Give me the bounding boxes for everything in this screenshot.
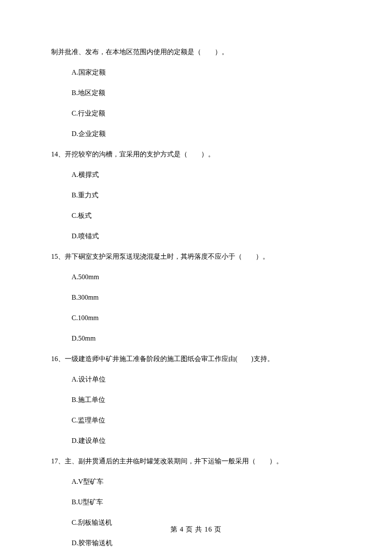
question-15-options: A.500mm B.300mm C.100mm D.50mm xyxy=(51,272,341,344)
option-b: B.施工单位 xyxy=(72,395,341,405)
question-13-text: 制并批准、发布，在本地区范围内使用的定额是（ ）。 xyxy=(51,47,341,57)
option-a: A.V型矿车 xyxy=(72,477,341,487)
question-17-options: A.V型矿车 B.U型矿车 C.刮板输送机 D.胶带输送机 xyxy=(51,477,341,548)
question-16-text: 16、一级建造师中矿井施工准备阶段的施工图纸会审工作应由( )支持。 xyxy=(51,354,341,364)
option-b: B.地区定额 xyxy=(72,88,341,98)
option-a: A.设计单位 xyxy=(72,374,341,384)
option-b: B.U型矿车 xyxy=(72,497,341,507)
question-15: 15、井下硐室支护采用泵送现浇混凝土时，其坍落度不应小于（ ）。 A.500mm… xyxy=(51,251,341,344)
option-a: A.500mm xyxy=(72,272,341,282)
option-c: C.行业定额 xyxy=(72,108,341,119)
question-16: 16、一级建造师中矿井施工准备阶段的施工图纸会审工作应由( )支持。 A.设计单… xyxy=(51,354,341,446)
question-14-text: 14、开挖较窄的沟槽，宜采用的支护方式是（ ）。 xyxy=(51,149,341,159)
question-13-options: A.国家定额 B.地区定额 C.行业定额 D.企业定额 xyxy=(51,67,341,139)
question-13-continuation: 制并批准、发布，在本地区范围内使用的定额是（ ）。 A.国家定额 B.地区定额 … xyxy=(51,47,341,139)
question-14: 14、开挖较窄的沟槽，宜采用的支护方式是（ ）。 A.横撑式 B.重力式 C.板… xyxy=(51,149,341,241)
option-d: D.企业定额 xyxy=(72,129,341,139)
option-c: C.100mm xyxy=(72,313,341,323)
option-c: C.监理单位 xyxy=(72,415,341,425)
question-14-options: A.横撑式 B.重力式 C.板式 D.喷锚式 xyxy=(51,170,341,241)
question-15-text: 15、井下硐室支护采用泵送现浇混凝土时，其坍落度不应小于（ ）。 xyxy=(51,251,341,262)
option-b: B.重力式 xyxy=(72,190,341,200)
question-16-options: A.设计单位 B.施工单位 C.监理单位 D.建设单位 xyxy=(51,374,341,446)
option-a: A.横撑式 xyxy=(72,170,341,180)
option-d: D.50mm xyxy=(72,333,341,344)
option-a: A.国家定额 xyxy=(72,67,341,78)
option-d: D.建设单位 xyxy=(72,436,341,446)
option-c: C.板式 xyxy=(72,211,341,221)
option-d: D.喷锚式 xyxy=(72,231,341,241)
page-footer: 第 4 页 共 16 页 xyxy=(0,524,392,535)
document-content: 制并批准、发布，在本地区范围内使用的定额是（ ）。 A.国家定额 B.地区定额 … xyxy=(0,0,392,548)
question-17-text: 17、主、副井贯通后的主井临时罐笼改装期间，井下运输一般采用（ ）。 xyxy=(51,456,341,466)
option-b: B.300mm xyxy=(72,292,341,303)
option-d: D.胶带输送机 xyxy=(72,538,341,548)
